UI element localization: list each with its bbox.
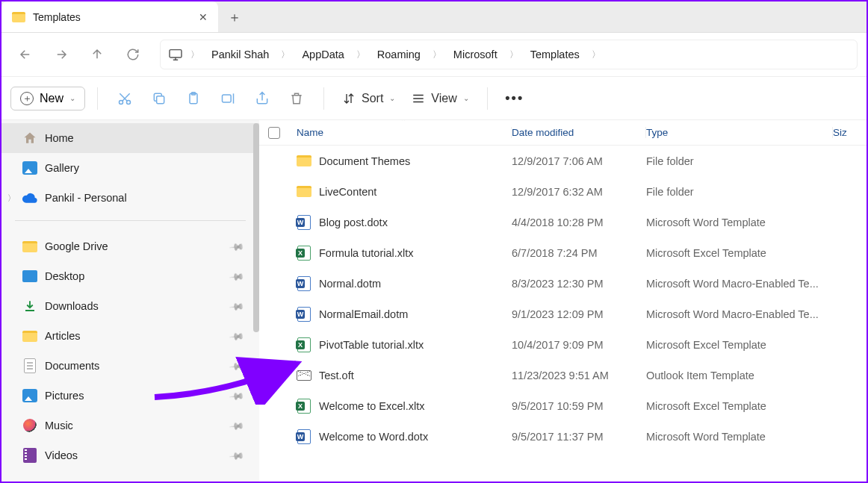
folder-icon	[12, 12, 25, 22]
file-name: Formula tutorial.xltx	[319, 247, 414, 259]
sidebar-item-downloads[interactable]: Downloads📌	[1, 291, 259, 321]
file-row[interactable]: Formula tutorial.xltx6/7/2018 7:24 PMMic…	[259, 237, 867, 268]
pin-icon: 📌	[229, 298, 245, 314]
svg-point-1	[120, 100, 123, 104]
column-type[interactable]: Type	[646, 127, 833, 138]
sort-button[interactable]: Sort ⌄	[336, 87, 401, 110]
sidebar-item-pictures[interactable]: Pictures📌	[1, 381, 259, 411]
sidebar-item-google-drive[interactable]: Google Drive📌	[1, 231, 259, 261]
file-name: Welcome to Excel.xltx	[319, 400, 425, 412]
sidebar-item-gallery[interactable]: Gallery	[1, 153, 259, 183]
gallery-icon	[22, 388, 37, 403]
rename-button[interactable]	[213, 84, 243, 113]
copy-button[interactable]	[144, 84, 174, 113]
refresh-button[interactable]	[118, 40, 148, 69]
svg-rect-0	[170, 50, 182, 57]
cut-button[interactable]	[110, 84, 140, 113]
file-list: Name⌃ Date modified Type Siz Document Th…	[259, 120, 867, 482]
home-icon	[22, 131, 37, 146]
view-button[interactable]: View ⌄	[406, 87, 474, 110]
up-button[interactable]	[82, 40, 112, 69]
file-name: Normal.dotm	[319, 278, 381, 290]
sidebar-item-pankil---personal[interactable]: 〉Pankil - Personal	[1, 183, 259, 213]
chevron-right-icon: 〉	[189, 49, 201, 61]
more-button[interactable]: •••	[500, 84, 530, 113]
tab-title: Templates	[33, 11, 191, 23]
sidebar-item-music[interactable]: Music📌	[1, 411, 259, 440]
file-date: 10/4/2017 9:09 PM	[512, 339, 646, 351]
svg-point-2	[127, 100, 131, 104]
gallery-icon	[22, 161, 37, 175]
word-file-icon	[297, 429, 311, 444]
forward-button[interactable]	[46, 40, 76, 69]
file-row[interactable]: Blog post.dotx4/4/2018 10:28 PMMicrosoft…	[259, 207, 867, 237]
crumb-4[interactable]: Templates	[524, 44, 586, 65]
crumb-1[interactable]: AppData	[296, 44, 350, 65]
plus-icon: ＋	[20, 92, 34, 105]
back-button[interactable]	[10, 40, 40, 69]
desktop-icon	[22, 269, 37, 284]
sort-icon	[342, 92, 356, 105]
word-file-icon	[297, 215, 311, 230]
folder-icon	[22, 328, 37, 343]
chevron-right-icon: 〉	[355, 49, 367, 61]
chevron-right-icon: 〉	[431, 49, 443, 61]
excel-file-icon	[297, 246, 311, 261]
file-row[interactable]: LiveContent12/9/2017 6:32 AMFile folder	[259, 176, 867, 207]
sidebar-item-label: Music	[45, 420, 73, 431]
video-icon	[22, 448, 37, 463]
sidebar-item-articles[interactable]: Articles📌	[1, 321, 259, 351]
pin-icon: 📌	[229, 238, 245, 255]
crumb-2[interactable]: Roaming	[371, 44, 427, 65]
svg-rect-3	[157, 96, 164, 103]
column-size[interactable]: Siz	[833, 127, 867, 138]
sidebar-item-documents[interactable]: Documents📌	[1, 351, 259, 381]
paste-button[interactable]	[179, 84, 208, 113]
mail-file-icon	[297, 368, 311, 383]
file-type: Microsoft Excel Template	[646, 247, 833, 259]
chevron-down-icon: ⌄	[389, 94, 395, 102]
new-button[interactable]: ＋ New ⌄	[10, 87, 85, 110]
pin-icon: 📌	[229, 268, 245, 284]
divider	[323, 87, 324, 110]
document-icon	[22, 358, 37, 373]
pin-icon: 📌	[229, 387, 245, 404]
select-all-checkbox[interactable]	[268, 127, 280, 139]
file-type: File folder	[646, 155, 833, 167]
sidebar-item-videos[interactable]: Videos📌	[1, 440, 259, 470]
file-row[interactable]: Document Themes12/9/2017 7:06 AMFile fol…	[259, 146, 867, 176]
file-row[interactable]: Welcome to Word.dotx9/5/2017 11:37 PMMic…	[259, 421, 867, 452]
delete-button[interactable]	[282, 84, 311, 113]
divider	[97, 87, 98, 110]
file-row[interactable]: Welcome to Excel.xltx9/5/2017 10:59 PMMi…	[259, 390, 867, 421]
file-name: PivotTable tutorial.xltx	[319, 339, 424, 351]
scrollbar[interactable]	[253, 123, 259, 332]
file-type: Microsoft Word Macro-Enabled Te...	[646, 308, 833, 320]
column-date[interactable]: Date modified	[512, 127, 646, 138]
new-tab-button[interactable]: ＋	[218, 1, 251, 32]
music-icon	[22, 418, 37, 433]
crumb-3[interactable]: Microsoft	[447, 44, 503, 65]
share-button[interactable]	[247, 84, 277, 113]
column-headers: Name⌃ Date modified Type Siz	[259, 120, 867, 146]
word-file-icon	[297, 276, 311, 291]
crumb-0[interactable]: Pankil Shah	[205, 44, 275, 65]
file-row[interactable]: Test.oft11/23/2023 9:51 AMOutlook Item T…	[259, 360, 867, 390]
column-name[interactable]: Name⌃	[295, 127, 512, 138]
file-name: NormalEmail.dotm	[319, 308, 408, 320]
file-row[interactable]: Normal.dotm8/3/2023 12:30 PMMicrosoft Wo…	[259, 268, 867, 299]
tab-templates[interactable]: Templates ✕	[1, 1, 218, 32]
sidebar-item-home[interactable]: Home	[1, 123, 259, 153]
file-row[interactable]: PivotTable tutorial.xltx10/4/2017 9:09 P…	[259, 329, 867, 360]
file-row[interactable]: NormalEmail.dotm9/1/2023 12:09 PMMicroso…	[259, 299, 867, 329]
chevron-down-icon: ⌄	[463, 94, 469, 102]
divider	[15, 220, 246, 221]
breadcrumb[interactable]: 〉 Pankil Shah 〉 AppData 〉 Roaming 〉 Micr…	[160, 40, 858, 69]
close-icon[interactable]: ✕	[199, 11, 208, 23]
chevron-right-icon: 〉	[7, 193, 16, 204]
sidebar-item-desktop[interactable]: Desktop📌	[1, 261, 259, 291]
file-date: 9/5/2017 11:37 PM	[512, 431, 646, 443]
file-type: File folder	[646, 186, 833, 198]
excel-file-icon	[297, 399, 311, 414]
file-type: Microsoft Word Template	[646, 216, 833, 228]
